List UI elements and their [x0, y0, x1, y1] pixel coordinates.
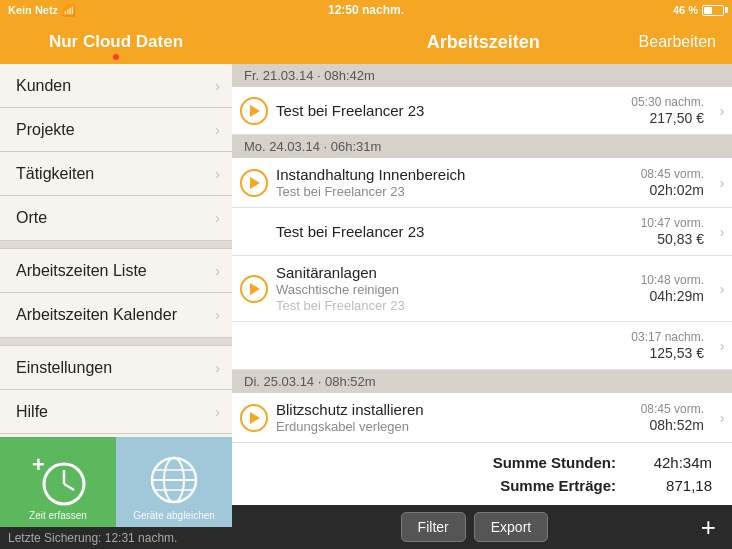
- summary-row-stunden: Summe Stunden: 42h:34m: [252, 451, 712, 474]
- entry-fri-1[interactable]: Test bei Freelancer 23 05:30 nachm. 217,…: [232, 87, 732, 135]
- sidebar-item-taetigkeiten[interactable]: Tätigkeiten ›: [0, 152, 232, 196]
- sidebar-item-orte[interactable]: Orte ›: [0, 196, 232, 240]
- entry-subtitle: Test bei Freelancer 23: [276, 184, 632, 199]
- day-header-mon: Mo. 24.03.14 · 06h:31m: [232, 135, 732, 158]
- play-button[interactable]: [232, 275, 276, 303]
- day-header-tue: Di. 25.03.14 · 08h:52m: [232, 370, 732, 393]
- entry-time-top: 10:47 vorm.: [632, 216, 704, 230]
- entry-info: Blitzschutz installieren Erdungskabel ve…: [276, 401, 632, 434]
- summary-ertraege-value: 871,18: [632, 477, 712, 494]
- entry-time-value: 08h:52m: [632, 417, 704, 433]
- summary-area: Summe Stunden: 42h:34m Summe Erträge: 87…: [232, 442, 732, 505]
- add-button[interactable]: +: [701, 514, 716, 540]
- entry-chevron-icon: ›: [712, 281, 732, 297]
- toolbar-buttons: Filter Export: [401, 512, 549, 542]
- status-bar: Kein Netz 📶 12:50 nachm. 46 %: [0, 0, 732, 20]
- entry-time-top: 03:17 nachm.: [631, 330, 704, 344]
- play-btn-circle: [240, 404, 268, 432]
- export-button[interactable]: Export: [474, 512, 548, 542]
- sidebar-item-kunden[interactable]: Kunden ›: [0, 64, 232, 108]
- entry-title: Instandhaltung Innenbereich: [276, 166, 632, 183]
- play-button[interactable]: [232, 169, 276, 197]
- sidebar-item-projekte[interactable]: Projekte ›: [0, 108, 232, 152]
- entry-time-top: 10:48 vorm.: [632, 273, 704, 287]
- globe-icon: [144, 452, 204, 512]
- entry-time: 10:48 vorm. 04h:29m: [632, 273, 712, 304]
- play-btn-circle: [240, 275, 268, 303]
- entry-title: Test bei Freelancer 23: [276, 223, 632, 240]
- status-left: Kein Netz 📶: [8, 4, 76, 17]
- bottom-toolbar: Filter Export +: [232, 505, 732, 549]
- entry-mon-1[interactable]: Instandhaltung Innenbereich Test bei Fre…: [232, 158, 732, 208]
- content-area: Fr. 21.03.14 · 08h:42m Test bei Freelanc…: [232, 64, 732, 442]
- sidebar-notification-dot: [113, 54, 119, 60]
- sidebar-item-arbeitszeiten-liste[interactable]: Arbeitszeiten Liste ›: [0, 249, 232, 293]
- chevron-icon: ›: [215, 78, 220, 94]
- entry-time: 10:47 vorm. 50,83 €: [632, 216, 712, 247]
- play-btn-circle: [240, 97, 268, 125]
- right-header: Arbeitszeiten Bearbeiten: [232, 20, 732, 64]
- sidebar-item-arbeitszeiten-kalender[interactable]: Arbeitszeiten Kalender ›: [0, 293, 232, 337]
- right-header-title: Arbeitszeiten: [328, 32, 639, 53]
- play-button[interactable]: [232, 404, 276, 432]
- edit-button[interactable]: Bearbeiten: [639, 33, 716, 51]
- entry-chevron-icon: ›: [712, 338, 732, 354]
- sidebar-divider-1: [0, 241, 232, 249]
- entry-info: Test bei Freelancer 23: [276, 102, 631, 119]
- sidebar-item-einstellungen[interactable]: Einstellungen ›: [0, 346, 232, 390]
- right-panel: Arbeitszeiten Bearbeiten Fr. 21.03.14 · …: [232, 20, 732, 549]
- geraete-abgleichen-button[interactable]: Geräte abgleichen: [116, 437, 232, 527]
- entry-chevron-icon: ›: [712, 224, 732, 240]
- chevron-icon: ›: [215, 210, 220, 226]
- entry-chevron-icon: ›: [712, 410, 732, 426]
- entry-time-top: 05:30 nachm.: [631, 95, 704, 109]
- battery-percent: 46 %: [673, 4, 698, 16]
- entry-info: Test bei Freelancer 23: [276, 223, 632, 240]
- sidebar-divider-2: [0, 338, 232, 346]
- entry-title: Test bei Freelancer 23: [276, 102, 631, 119]
- zeit-erfassen-label: Zeit erfassen: [29, 510, 87, 521]
- play-triangle-icon: [250, 283, 260, 295]
- sidebar-section-arbeitszeiten: Arbeitszeiten Liste › Arbeitszeiten Kale…: [0, 249, 232, 338]
- entry-time: 05:30 nachm. 217,50 €: [631, 95, 712, 126]
- chevron-icon: ›: [215, 166, 220, 182]
- play-btn-circle: [240, 169, 268, 197]
- battery-icon: [702, 5, 724, 16]
- entry-title: Sanitäranlagen: [276, 264, 632, 281]
- entry-mon-4[interactable]: 03:17 nachm. 125,53 € ›: [232, 322, 732, 370]
- entry-tue-1[interactable]: Blitzschutz installieren Erdungskabel ve…: [232, 393, 732, 442]
- chevron-icon: ›: [215, 360, 220, 376]
- sidebar-items: Kunden › Projekte › Tätigkeiten › Orte ›: [0, 64, 232, 437]
- sidebar-status: Letzte Sicherung: 12:31 nachm.: [0, 527, 232, 549]
- entry-subtitle: Waschtische reinigen: [276, 282, 632, 297]
- svg-text:+: +: [32, 452, 45, 477]
- chevron-icon: ›: [215, 404, 220, 420]
- sidebar-status-text: Letzte Sicherung: 12:31 nachm.: [8, 531, 177, 545]
- entry-mon-2[interactable]: Test bei Freelancer 23 10:47 vorm. 50,83…: [232, 208, 732, 256]
- chevron-icon: ›: [215, 263, 220, 279]
- entry-info: Instandhaltung Innenbereich Test bei Fre…: [276, 166, 632, 199]
- play-button[interactable]: [232, 97, 276, 125]
- battery-fill: [704, 7, 712, 14]
- sidebar-header: Nur Cloud Daten: [0, 20, 232, 64]
- clock-plus-icon: +: [28, 452, 88, 512]
- filter-button[interactable]: Filter: [401, 512, 466, 542]
- main-layout: Nur Cloud Daten Kunden › Projekte › Täti…: [0, 20, 732, 549]
- sidebar: Nur Cloud Daten Kunden › Projekte › Täti…: [0, 20, 232, 549]
- entry-time-value: 125,53 €: [631, 345, 704, 361]
- sidebar-item-hilfe[interactable]: Hilfe ›: [0, 390, 232, 434]
- svg-line-3: [64, 484, 74, 490]
- sidebar-bottom: + Zeit erfassen Geräte abgleichen: [0, 437, 232, 527]
- sidebar-title: Nur Cloud Daten: [49, 32, 183, 52]
- entry-time-top: 08:45 vorm.: [632, 402, 704, 416]
- entry-time-value: 50,83 €: [632, 231, 704, 247]
- entry-time: 08:45 vorm. 08h:52m: [632, 402, 712, 433]
- zeit-erfassen-button[interactable]: + Zeit erfassen: [0, 437, 116, 527]
- entry-time: 03:17 nachm. 125,53 €: [631, 330, 712, 361]
- entry-chevron-icon: ›: [712, 103, 732, 119]
- day-header-fri: Fr. 21.03.14 · 08h:42m: [232, 64, 732, 87]
- status-time: 12:50 nachm.: [328, 3, 404, 17]
- geraete-abgleichen-label: Geräte abgleichen: [133, 510, 215, 521]
- entry-chevron-icon: ›: [712, 175, 732, 191]
- entry-mon-3[interactable]: Sanitäranlagen Waschtische reinigen Test…: [232, 256, 732, 322]
